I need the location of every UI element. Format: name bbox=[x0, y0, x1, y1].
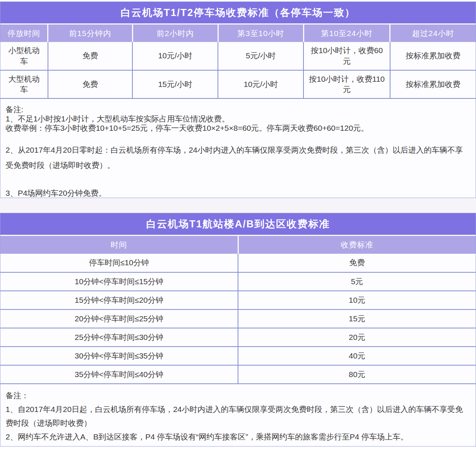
section-divider bbox=[0, 198, 476, 213]
note-line-1: 1、自2017年4月20日起，白云机场所有停车场，24小时内进入的车辆仅限享受两… bbox=[6, 402, 470, 430]
table-row: 35分钟<停车时间≤40分钟 80元 bbox=[0, 365, 476, 384]
cell-over24h: 按标准累加收费 bbox=[390, 70, 476, 98]
t1t2-notes: 备注: 1、不足1小时按1小时计，大型机动车按实际占用车位情况收费。 收费举例：… bbox=[0, 99, 476, 198]
table-row: 25分钟<停车时间≤30分钟 20元 bbox=[0, 328, 476, 347]
t1t2-table-title: 白云机场T1/T2停车场收费标准（各停车场一致） bbox=[0, 2, 476, 23]
t1t2-fee-table: 停放时间 前15分钟内 前2小时内 第3至10小时 第10至24小时 超过24小… bbox=[0, 25, 476, 99]
arrival-notes: 备注： 1、自2017年4月20日起，白云机场所有停车场，24小时内进入的车辆仅… bbox=[0, 384, 476, 446]
header-cell-first2h: 前2小时内 bbox=[132, 25, 218, 42]
cell-10to24h: 按10小时计，收费110元 bbox=[303, 70, 390, 98]
table-row: 10分钟<停车时间≤15分钟 5元 bbox=[0, 272, 476, 291]
cell-first2h: 10元/小时 bbox=[132, 42, 218, 70]
table-row-small-vehicle: 小型机动车 免费 10元/小时 5元/小时 按10小时计，收费60元 按标准累加… bbox=[0, 42, 476, 70]
cell-first15min: 免费 bbox=[48, 42, 132, 70]
note-line-1: 1、不足1小时按1小时计，大型机动车按实际占用车位情况收费。 bbox=[6, 114, 470, 123]
cell-vehicle-type: 小型机动车 bbox=[0, 42, 48, 70]
cell-time-range: 20分钟<停车时间≤25分钟 bbox=[0, 309, 238, 328]
cell-time-range: 10分钟<停车时间≤15分钟 bbox=[0, 272, 238, 291]
header-cell-fee: 收费标准 bbox=[238, 236, 476, 254]
note-line-3: 3、P4场网约车20分钟免费。 bbox=[6, 188, 470, 198]
cell-fee: 15元 bbox=[238, 309, 476, 328]
arrival-table-title: 白云机场T1航站楼A/B到达区收费标准 bbox=[0, 213, 476, 235]
table-row: 停车时间≤10分钟 免费 bbox=[0, 254, 476, 272]
header-cell-duration: 停放时间 bbox=[0, 25, 48, 42]
cell-vehicle-type: 大型机动车 bbox=[0, 70, 48, 98]
header-cell-time: 时间 bbox=[0, 236, 238, 254]
cell-over24h: 按标准累加收费 bbox=[390, 42, 476, 70]
header-cell-3to10h: 第3至10小时 bbox=[218, 25, 303, 42]
cell-fee: 免费 bbox=[238, 254, 476, 272]
table-row: 15分钟<停车时间≤20分钟 10元 bbox=[0, 291, 476, 309]
cell-fee: 20元 bbox=[238, 328, 476, 347]
cell-fee: 40元 bbox=[238, 347, 476, 365]
table-row: 30分钟<停车时间≤35分钟 40元 bbox=[0, 347, 476, 365]
cell-fee: 10元 bbox=[238, 291, 476, 309]
cell-3to10h: 10元/小时 bbox=[218, 70, 303, 98]
notes-label: 备注: bbox=[6, 105, 470, 114]
cell-fee: 5元 bbox=[238, 272, 476, 291]
header-cell-10to24h: 第10至24小时 bbox=[303, 25, 390, 42]
cell-first2h: 15元/小时 bbox=[132, 70, 218, 98]
cell-10to24h: 按10小时计，收费60元 bbox=[303, 42, 390, 70]
header-cell-over24h: 超过24小时 bbox=[390, 25, 476, 42]
header-cell-first15min: 前15分钟内 bbox=[48, 25, 132, 42]
cell-time-range: 25分钟<停车时间≤30分钟 bbox=[0, 328, 238, 347]
table-row: 20分钟<停车时间≤25分钟 15元 bbox=[0, 309, 476, 328]
cell-time-range: 30分钟<停车时间≤35分钟 bbox=[0, 347, 238, 365]
note-line-example: 收费举例：停车3小时收费10+10+5=25元，停车一天收费10×2+5×8=6… bbox=[6, 123, 470, 133]
cell-fee: 80元 bbox=[238, 365, 476, 384]
cell-first15min: 免费 bbox=[48, 70, 132, 98]
notes-label: 备注： bbox=[6, 389, 470, 402]
arrival-fee-table: 时间 收费标准 停车时间≤10分钟 免费 10分钟<停车时间≤15分钟 5元 1… bbox=[0, 236, 476, 384]
cell-time-range: 停车时间≤10分钟 bbox=[0, 254, 238, 272]
t1t2-parking-section: 白云机场T1/T2停车场收费标准（各停车场一致） 停放时间 前15分钟内 前2小… bbox=[0, 1, 476, 198]
cell-time-range: 35分钟<停车时间≤40分钟 bbox=[0, 365, 238, 384]
table-row-large-vehicle: 大型机动车 免费 15元/小时 10元/小时 按10小时计，收费110元 按标准… bbox=[0, 70, 476, 98]
cell-3to10h: 5元/小时 bbox=[218, 42, 303, 70]
arrival-header-row: 时间 收费标准 bbox=[0, 236, 476, 254]
note-line-2: 2、网约车不允许进入A、B到达区接客，P4 停车场设有“网约车接客区”，乘搭网约… bbox=[6, 430, 470, 444]
note-line-2: 2、从2017年4月20日零时起：白云机场所有停车场，24小时内进入的车辆仅限享… bbox=[6, 142, 470, 173]
t1t2-header-row: 停放时间 前15分钟内 前2小时内 第3至10小时 第10至24小时 超过24小… bbox=[0, 25, 476, 42]
cell-time-range: 15分钟<停车时间≤20分钟 bbox=[0, 291, 238, 309]
arrival-area-section: 白云机场T1航站楼A/B到达区收费标准 时间 收费标准 停车时间≤10分钟 免费… bbox=[0, 213, 476, 447]
parking-fee-page: 白云机场T1/T2停车场收费标准（各停车场一致） 停放时间 前15分钟内 前2小… bbox=[0, 0, 476, 451]
